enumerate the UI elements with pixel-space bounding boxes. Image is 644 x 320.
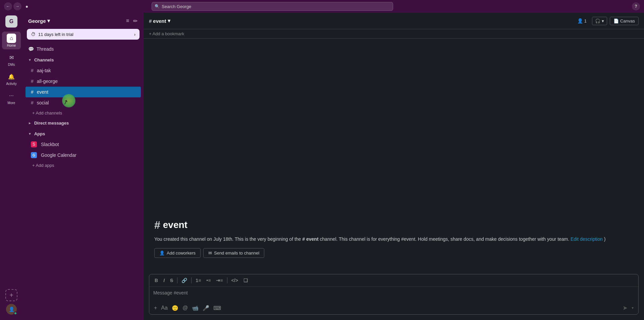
workspace-name[interactable]: George ▾ bbox=[28, 18, 50, 24]
filter-button[interactable]: ≡ bbox=[125, 17, 130, 25]
channel-header: # event ▾ 👤 1 🎧 ▾ 📄 Canvas bbox=[144, 13, 644, 29]
welcome-hash: # bbox=[154, 219, 160, 231]
input-bottom-right: ➤ ▾ bbox=[621, 304, 634, 312]
members-button[interactable]: 👤 1 bbox=[575, 17, 589, 25]
nav-buttons: ← → ● bbox=[4, 2, 31, 10]
video-button[interactable]: 📹 bbox=[191, 304, 199, 312]
trial-banner[interactable]: ⏱ 11 days left in trial › bbox=[27, 29, 140, 40]
sidebar-item-activity[interactable]: 🔔 Activity bbox=[2, 70, 21, 88]
huddle-dropdown-icon: ▾ bbox=[602, 18, 604, 24]
search-bar[interactable]: 🔍 Search George bbox=[152, 2, 393, 11]
channel-name: aaj-tak bbox=[37, 68, 51, 73]
channel-title-name: event bbox=[153, 18, 166, 24]
emoji-button[interactable]: 🙂 bbox=[171, 304, 179, 312]
send-button[interactable]: ➤ bbox=[621, 304, 630, 312]
icon-bar-bottom: + 👤 bbox=[5, 289, 17, 317]
search-placeholder: Search George bbox=[162, 4, 191, 9]
link-button[interactable]: 🔗 bbox=[180, 277, 189, 284]
channel-name: all-george bbox=[37, 79, 58, 84]
channel-social[interactable]: # social bbox=[23, 97, 144, 108]
apps-section[interactable]: ▼ Apps bbox=[23, 128, 144, 139]
status-indicator bbox=[14, 312, 17, 315]
description-start: You created this channel on July 18th. T… bbox=[154, 236, 301, 242]
send-dropdown-button[interactable]: ▾ bbox=[631, 304, 634, 312]
apps-toggle-icon: ▼ bbox=[28, 132, 32, 136]
send-emails-button[interactable]: ✉ Send emails to channel bbox=[203, 248, 264, 258]
home-icon: ⌂ bbox=[7, 34, 16, 43]
sidebar-content: 💬 Threads ▼ Channels # aaj-tak # all-geo… bbox=[23, 42, 144, 320]
threads-label: Threads bbox=[37, 46, 54, 52]
dropdown-icon: ▾ bbox=[47, 18, 50, 24]
slackbot-label: Slackbot bbox=[41, 142, 59, 147]
unordered-list-button[interactable]: •≡ bbox=[205, 277, 212, 284]
mention-button[interactable]: @ bbox=[182, 304, 189, 312]
add-coworkers-label: Add coworkers bbox=[167, 250, 196, 256]
direct-messages-section[interactable]: ► Direct messages bbox=[23, 118, 144, 128]
strikethrough-button[interactable]: S bbox=[169, 277, 174, 284]
forward-button[interactable]: → bbox=[13, 2, 21, 10]
timer-icon: ⏱ bbox=[31, 32, 36, 37]
app-google-calendar[interactable]: G Google Calendar bbox=[23, 150, 144, 161]
channel-event[interactable]: # event bbox=[25, 87, 141, 97]
history-button[interactable]: ● bbox=[23, 2, 31, 10]
hash-icon: # bbox=[31, 100, 34, 105]
toolbar-divider-2 bbox=[191, 277, 192, 283]
workspace-avatar[interactable]: G bbox=[5, 15, 17, 28]
text-format-button[interactable]: Aa bbox=[160, 304, 168, 312]
main-layout: G ⌂ Home ✉ DMs 🔔 Activity ··· More + 👤 bbox=[0, 13, 644, 320]
add-channels-button[interactable]: + Add channels bbox=[23, 108, 144, 118]
block-button[interactable]: ❑ bbox=[242, 277, 249, 284]
sidebar: George ▾ ≡ ✏ ⏱ 11 days left in trial › 💬… bbox=[23, 13, 144, 320]
add-workspace-button[interactable]: + bbox=[5, 289, 17, 301]
code-button[interactable]: </> bbox=[230, 277, 239, 284]
channels-section[interactable]: ▼ Channels bbox=[23, 54, 144, 65]
sidebar-item-home[interactable]: ⌂ Home bbox=[2, 32, 21, 49]
slackbot-icon: S bbox=[31, 141, 37, 147]
channel-welcome-title: # event bbox=[154, 219, 633, 231]
add-apps-button[interactable]: + Add apps bbox=[23, 161, 144, 170]
message-input[interactable]: Message #event bbox=[149, 287, 638, 302]
channel-ref-bold: # event bbox=[302, 236, 318, 242]
channel-title[interactable]: # event ▾ bbox=[149, 18, 170, 24]
input-bottom-left: + Aa 🙂 @ 📹 🎤 ⌨ bbox=[153, 304, 222, 312]
add-attachment-button[interactable]: + bbox=[153, 304, 158, 312]
message-toolbar: B I S 🔗 1≡ •≡ ⇥≡ </> ❑ bbox=[149, 274, 638, 287]
add-coworkers-button[interactable]: 👤 Add coworkers bbox=[154, 248, 201, 258]
top-bar: ← → ● 🔍 Search George ? bbox=[0, 0, 644, 13]
gcal-icon: G bbox=[31, 152, 37, 158]
channel-aaj-tak[interactable]: # aaj-tak bbox=[23, 65, 144, 76]
ordered-list-button[interactable]: 1≡ bbox=[194, 277, 202, 284]
user-avatar[interactable]: 👤 bbox=[6, 304, 17, 315]
indent-button[interactable]: ⇥≡ bbox=[215, 277, 224, 284]
canvas-button[interactable]: 📄 Canvas bbox=[610, 17, 639, 25]
add-bookmark-label: + Add a bookmark bbox=[149, 31, 184, 36]
huddle-button[interactable]: 🎧 ▾ bbox=[592, 17, 607, 25]
members-icon: 👤 bbox=[577, 18, 583, 24]
more-label: More bbox=[8, 101, 15, 105]
channel-header-right: 👤 1 🎧 ▾ 📄 Canvas bbox=[575, 17, 639, 25]
shortcut-button[interactable]: ⌨ bbox=[213, 304, 222, 312]
trial-text: 11 days left in trial bbox=[38, 32, 73, 37]
channel-name: social bbox=[37, 100, 49, 105]
message-input-area: B I S 🔗 1≡ •≡ ⇥≡ </> ❑ Message #event bbox=[144, 274, 644, 320]
channel-description: You created this channel on July 18th. T… bbox=[154, 235, 633, 243]
channel-title-hash: # bbox=[149, 18, 152, 24]
message-placeholder: Message #event bbox=[153, 290, 188, 295]
add-bookmark-button[interactable]: + Add a bookmark bbox=[149, 31, 184, 36]
italic-button[interactable]: I bbox=[162, 277, 166, 284]
back-button[interactable]: ← bbox=[4, 2, 12, 10]
threads-icon: 💬 bbox=[28, 46, 34, 52]
help-button[interactable]: ? bbox=[632, 2, 640, 10]
sidebar-item-more[interactable]: ··· More bbox=[2, 89, 21, 107]
audio-button[interactable]: 🎤 bbox=[202, 304, 210, 312]
channel-actions: 👤 Add coworkers ✉ Send emails to channel bbox=[154, 248, 633, 258]
app-slackbot[interactable]: S Slackbot bbox=[23, 139, 144, 150]
message-input-bottom: + Aa 🙂 @ 📹 🎤 ⌨ ➤ ▾ bbox=[149, 302, 638, 314]
edit-description-link[interactable]: Edit description bbox=[571, 236, 603, 242]
bold-button[interactable]: B bbox=[153, 277, 159, 284]
channel-all-george[interactable]: # all-george bbox=[23, 76, 144, 87]
compose-button[interactable]: ✏ bbox=[132, 17, 138, 25]
welcome-channel-name: event bbox=[163, 220, 187, 230]
threads-item[interactable]: 💬 Threads bbox=[23, 44, 144, 54]
sidebar-item-dms[interactable]: ✉ DMs bbox=[2, 51, 21, 68]
